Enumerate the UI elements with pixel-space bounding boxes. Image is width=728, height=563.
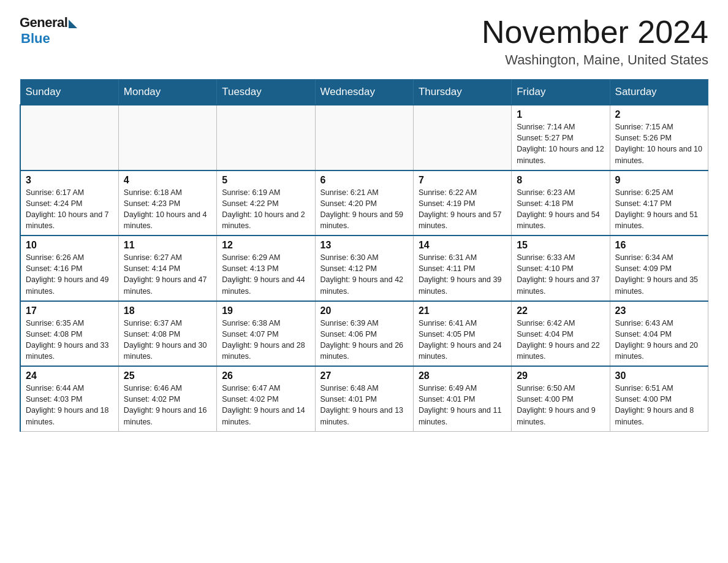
day-info: Sunrise: 6:18 AMSunset: 4:23 PMDaylight:… — [124, 187, 211, 232]
calendar-cell: 22Sunrise: 6:42 AMSunset: 4:04 PMDayligh… — [512, 301, 610, 367]
day-info: Sunrise: 6:25 AMSunset: 4:17 PMDaylight:… — [615, 187, 703, 232]
calendar-row-1: 3Sunrise: 6:17 AMSunset: 4:24 PMDaylight… — [20, 170, 708, 236]
calendar-cell: 5Sunrise: 6:19 AMSunset: 4:22 PMDaylight… — [217, 170, 315, 236]
logo-arrow-icon — [69, 20, 77, 28]
day-info: Sunrise: 6:23 AMSunset: 4:18 PMDaylight:… — [517, 187, 604, 232]
calendar-cell — [315, 105, 413, 170]
calendar-cell: 10Sunrise: 6:26 AMSunset: 4:16 PMDayligh… — [20, 236, 118, 301]
day-info: Sunrise: 6:22 AMSunset: 4:19 PMDaylight:… — [419, 187, 506, 232]
calendar-cell: 6Sunrise: 6:21 AMSunset: 4:20 PMDaylight… — [315, 170, 413, 236]
day-info: Sunrise: 6:41 AMSunset: 4:05 PMDaylight:… — [419, 318, 506, 362]
calendar-cell: 20Sunrise: 6:39 AMSunset: 4:06 PMDayligh… — [315, 301, 413, 367]
calendar-cell: 12Sunrise: 6:29 AMSunset: 4:13 PMDayligh… — [217, 236, 315, 301]
day-info: Sunrise: 6:49 AMSunset: 4:01 PMDaylight:… — [419, 383, 506, 427]
weekday-header-friday: Friday — [512, 80, 610, 105]
calendar-row-4: 24Sunrise: 6:44 AMSunset: 4:03 PMDayligh… — [20, 366, 708, 431]
day-number: 16 — [615, 240, 703, 251]
day-number: 5 — [222, 175, 309, 186]
calendar-row-2: 10Sunrise: 6:26 AMSunset: 4:16 PMDayligh… — [20, 236, 708, 301]
day-number: 29 — [517, 370, 604, 381]
day-info: Sunrise: 6:48 AMSunset: 4:01 PMDaylight:… — [320, 383, 408, 427]
calendar-cell: 11Sunrise: 6:27 AMSunset: 4:14 PMDayligh… — [118, 236, 216, 301]
day-info: Sunrise: 6:35 AMSunset: 4:08 PMDaylight:… — [26, 318, 113, 362]
calendar-cell — [413, 105, 511, 170]
day-info: Sunrise: 6:30 AMSunset: 4:12 PMDaylight:… — [320, 252, 408, 297]
calendar-table: SundayMondayTuesdayWednesdayThursdayFrid… — [20, 79, 708, 432]
calendar-cell: 23Sunrise: 6:43 AMSunset: 4:04 PMDayligh… — [610, 301, 708, 367]
day-number: 24 — [26, 370, 113, 381]
day-info: Sunrise: 6:39 AMSunset: 4:06 PMDaylight:… — [320, 318, 408, 362]
calendar-cell: 16Sunrise: 6:34 AMSunset: 4:09 PMDayligh… — [610, 236, 708, 301]
day-info: Sunrise: 6:19 AMSunset: 4:22 PMDaylight:… — [222, 187, 309, 232]
day-info: Sunrise: 6:38 AMSunset: 4:07 PMDaylight:… — [222, 318, 309, 362]
day-info: Sunrise: 6:27 AMSunset: 4:14 PMDaylight:… — [124, 252, 211, 297]
day-number: 14 — [419, 240, 506, 251]
day-number: 7 — [419, 175, 506, 186]
day-number: 17 — [26, 305, 113, 316]
day-number: 6 — [320, 175, 408, 186]
day-number: 2 — [615, 109, 703, 120]
weekday-header-tuesday: Tuesday — [217, 80, 315, 105]
weekday-header-thursday: Thursday — [413, 80, 511, 105]
day-number: 10 — [26, 240, 113, 251]
calendar-cell: 28Sunrise: 6:49 AMSunset: 4:01 PMDayligh… — [413, 366, 511, 431]
calendar-cell: 27Sunrise: 6:48 AMSunset: 4:01 PMDayligh… — [315, 366, 413, 431]
day-info: Sunrise: 6:29 AMSunset: 4:13 PMDaylight:… — [222, 252, 309, 297]
day-info: Sunrise: 6:34 AMSunset: 4:09 PMDaylight:… — [615, 252, 703, 297]
calendar-cell: 1Sunrise: 7:14 AMSunset: 5:27 PMDaylight… — [512, 105, 610, 170]
day-info: Sunrise: 7:14 AMSunset: 5:27 PMDaylight:… — [517, 121, 604, 166]
day-info: Sunrise: 6:17 AMSunset: 4:24 PMDaylight:… — [26, 187, 113, 232]
calendar-cell: 13Sunrise: 6:30 AMSunset: 4:12 PMDayligh… — [315, 236, 413, 301]
day-number: 22 — [517, 305, 604, 316]
logo-top: General — [20, 15, 77, 31]
day-number: 12 — [222, 240, 309, 251]
logo-general-text: General — [20, 15, 67, 31]
day-number: 30 — [615, 370, 703, 381]
calendar-cell — [217, 105, 315, 170]
weekday-header-sunday: Sunday — [20, 80, 118, 105]
day-info: Sunrise: 6:50 AMSunset: 4:00 PMDaylight:… — [517, 383, 604, 427]
day-info: Sunrise: 6:26 AMSunset: 4:16 PMDaylight:… — [26, 252, 113, 297]
day-info: Sunrise: 6:43 AMSunset: 4:04 PMDaylight:… — [615, 318, 703, 362]
day-number: 9 — [615, 175, 703, 186]
page-header: General Blue November 2024 Washington, M… — [20, 15, 708, 68]
day-number: 21 — [419, 305, 506, 316]
weekday-header-monday: Monday — [118, 80, 216, 105]
day-info: Sunrise: 6:47 AMSunset: 4:02 PMDaylight:… — [222, 383, 309, 427]
day-number: 8 — [517, 175, 604, 186]
day-number: 25 — [124, 370, 211, 381]
calendar-cell — [20, 105, 118, 170]
day-info: Sunrise: 6:33 AMSunset: 4:10 PMDaylight:… — [517, 252, 604, 297]
calendar-cell: 8Sunrise: 6:23 AMSunset: 4:18 PMDaylight… — [512, 170, 610, 236]
calendar-cell — [118, 105, 216, 170]
day-number: 20 — [320, 305, 408, 316]
logo-blue-text: Blue — [21, 31, 50, 47]
day-number: 23 — [615, 305, 703, 316]
day-number: 19 — [222, 305, 309, 316]
calendar-cell: 4Sunrise: 6:18 AMSunset: 4:23 PMDaylight… — [118, 170, 216, 236]
logo: General Blue — [20, 15, 77, 47]
calendar-cell: 29Sunrise: 6:50 AMSunset: 4:00 PMDayligh… — [512, 366, 610, 431]
location-subtitle: Washington, Maine, United States — [482, 52, 708, 68]
day-number: 11 — [124, 240, 211, 251]
calendar-row-3: 17Sunrise: 6:35 AMSunset: 4:08 PMDayligh… — [20, 301, 708, 367]
calendar-cell: 15Sunrise: 6:33 AMSunset: 4:10 PMDayligh… — [512, 236, 610, 301]
weekday-header-saturday: Saturday — [610, 80, 708, 105]
day-info: Sunrise: 6:31 AMSunset: 4:11 PMDaylight:… — [419, 252, 506, 297]
calendar-cell: 30Sunrise: 6:51 AMSunset: 4:00 PMDayligh… — [610, 366, 708, 431]
calendar-cell: 26Sunrise: 6:47 AMSunset: 4:02 PMDayligh… — [217, 366, 315, 431]
calendar-cell: 2Sunrise: 7:15 AMSunset: 5:26 PMDaylight… — [610, 105, 708, 170]
day-number: 18 — [124, 305, 211, 316]
calendar-cell: 17Sunrise: 6:35 AMSunset: 4:08 PMDayligh… — [20, 301, 118, 367]
calendar-cell: 7Sunrise: 6:22 AMSunset: 4:19 PMDaylight… — [413, 170, 511, 236]
calendar-cell: 25Sunrise: 6:46 AMSunset: 4:02 PMDayligh… — [118, 366, 216, 431]
calendar-cell: 21Sunrise: 6:41 AMSunset: 4:05 PMDayligh… — [413, 301, 511, 367]
day-info: Sunrise: 7:15 AMSunset: 5:26 PMDaylight:… — [615, 121, 703, 166]
day-number: 15 — [517, 240, 604, 251]
day-number: 3 — [26, 175, 113, 186]
day-info: Sunrise: 6:44 AMSunset: 4:03 PMDaylight:… — [26, 383, 113, 427]
weekday-row: SundayMondayTuesdayWednesdayThursdayFrid… — [20, 80, 708, 105]
month-title: November 2024 — [482, 15, 708, 50]
calendar-cell: 3Sunrise: 6:17 AMSunset: 4:24 PMDaylight… — [20, 170, 118, 236]
day-info: Sunrise: 6:46 AMSunset: 4:02 PMDaylight:… — [124, 383, 211, 427]
